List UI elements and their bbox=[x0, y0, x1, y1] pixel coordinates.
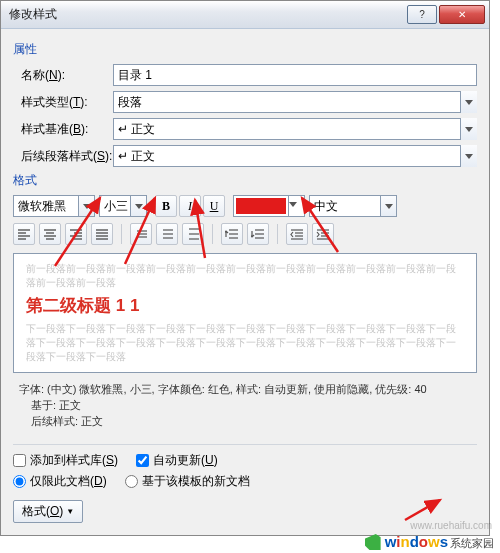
indent-inc-button[interactable] bbox=[312, 223, 334, 245]
basedon-select[interactable]: ↵ 正文 bbox=[113, 118, 477, 140]
separator bbox=[121, 224, 122, 244]
checkbox-row: 添加到样式库(S) 自动更新(U) bbox=[13, 452, 477, 469]
dialog-body: 属性 名称(N): 目录 1 样式类型(T): 段落 样式基准(B): ↵ 正文… bbox=[1, 29, 489, 535]
align-left-button[interactable] bbox=[13, 223, 35, 245]
following-select[interactable]: ↵ 正文 bbox=[113, 145, 477, 167]
separator bbox=[212, 224, 213, 244]
size-select[interactable]: 小三 bbox=[99, 195, 147, 217]
section-properties: 属性 bbox=[13, 41, 477, 58]
chevron-down-icon: ▼ bbox=[66, 507, 74, 516]
underline-button[interactable]: U bbox=[203, 195, 225, 217]
preview-gray-after: 下一段落下一段落下一段落下一段落下一段落下一段落下一段落下一段落下一段落下一段落… bbox=[26, 322, 464, 364]
this-doc-radio[interactable]: 仅限此文档(D) bbox=[13, 473, 107, 490]
windows-logo-icon bbox=[365, 534, 381, 550]
chevron-down-icon bbox=[460, 145, 477, 167]
label-following: 后续段落样式(S): bbox=[13, 148, 113, 165]
chevron-down-icon bbox=[460, 118, 477, 140]
row-styletype: 样式类型(T): 段落 bbox=[13, 91, 477, 113]
preview-gray-before: 前一段落前一段落前一段落前一段落前一段落前一段落前一段落前一段落前一段落前一段落… bbox=[26, 262, 464, 290]
format-row-1: 微软雅黑 小三 B I U 中文 bbox=[13, 195, 477, 217]
auto-update-checkbox[interactable]: 自动更新(U) bbox=[136, 452, 218, 469]
align-justify-button[interactable] bbox=[91, 223, 113, 245]
chevron-down-icon bbox=[460, 91, 477, 113]
desc-line-1: 字体: (中文) 微软雅黑, 小三, 字体颜色: 红色, 样式: 自动更新, 使… bbox=[19, 381, 471, 397]
para-space-dec-button[interactable] bbox=[247, 223, 269, 245]
bold-button[interactable]: B bbox=[155, 195, 177, 217]
dialog-title: 修改样式 bbox=[9, 6, 407, 23]
indent-dec-button[interactable] bbox=[286, 223, 308, 245]
label-basedon: 样式基准(B): bbox=[13, 121, 113, 138]
line-spacing-1-button[interactable] bbox=[130, 223, 152, 245]
chevron-down-icon bbox=[130, 196, 146, 216]
chevron-down-icon bbox=[380, 196, 396, 216]
preview-main-text: 第二级标题 1 1 bbox=[26, 294, 464, 317]
row-name: 名称(N): 目录 1 bbox=[13, 64, 477, 86]
separator-line bbox=[13, 444, 477, 445]
bottom-row: 格式(O)▼ bbox=[13, 500, 477, 523]
modify-style-dialog: 修改样式 ? ✕ 属性 名称(N): 目录 1 样式类型(T): 段落 样式基准… bbox=[0, 0, 490, 536]
desc-line-2: 基于: 正文 bbox=[19, 397, 471, 413]
watermark-text: windows系统家园 bbox=[385, 533, 494, 551]
line-spacing-2-button[interactable] bbox=[182, 223, 204, 245]
italic-button[interactable]: I bbox=[179, 195, 201, 217]
preview-box: 前一段落前一段落前一段落前一段落前一段落前一段落前一段落前一段落前一段落前一段落… bbox=[13, 253, 477, 373]
styletype-select[interactable]: 段落 bbox=[113, 91, 477, 113]
color-swatch bbox=[236, 198, 286, 214]
format-menu-button[interactable]: 格式(O)▼ bbox=[13, 500, 83, 523]
align-right-button[interactable] bbox=[65, 223, 87, 245]
radio-row: 仅限此文档(D) 基于该模板的新文档 bbox=[13, 473, 477, 490]
para-space-inc-button[interactable] bbox=[221, 223, 243, 245]
align-center-button[interactable] bbox=[39, 223, 61, 245]
label-name: 名称(N): bbox=[13, 67, 113, 84]
titlebar: 修改样式 ? ✕ bbox=[1, 1, 489, 29]
line-spacing-15-button[interactable] bbox=[156, 223, 178, 245]
font-color-picker[interactable] bbox=[233, 195, 305, 217]
watermark: windows系统家园 bbox=[365, 533, 494, 551]
chevron-down-icon bbox=[288, 196, 304, 216]
template-radio[interactable]: 基于该模板的新文档 bbox=[125, 473, 250, 490]
name-input[interactable]: 目录 1 bbox=[113, 64, 477, 86]
style-description: 字体: (中文) 微软雅黑, 小三, 字体颜色: 红色, 样式: 自动更新, 使… bbox=[13, 373, 477, 437]
help-button[interactable]: ? bbox=[407, 5, 437, 24]
section-format: 格式 bbox=[13, 172, 477, 189]
desc-line-3: 后续样式: 正文 bbox=[19, 413, 471, 429]
close-button[interactable]: ✕ bbox=[439, 5, 485, 24]
add-to-library-checkbox[interactable]: 添加到样式库(S) bbox=[13, 452, 118, 469]
biu-group: B I U bbox=[155, 195, 225, 217]
language-select[interactable]: 中文 bbox=[309, 195, 397, 217]
label-styletype: 样式类型(T): bbox=[13, 94, 113, 111]
format-row-2 bbox=[13, 223, 477, 245]
watermark-url: www.ruehaifu.com bbox=[410, 520, 492, 531]
window-buttons: ? ✕ bbox=[407, 5, 485, 24]
separator bbox=[277, 224, 278, 244]
font-select[interactable]: 微软雅黑 bbox=[13, 195, 95, 217]
chevron-down-icon bbox=[78, 196, 94, 216]
row-basedon: 样式基准(B): ↵ 正文 bbox=[13, 118, 477, 140]
row-following: 后续段落样式(S): ↵ 正文 bbox=[13, 145, 477, 167]
